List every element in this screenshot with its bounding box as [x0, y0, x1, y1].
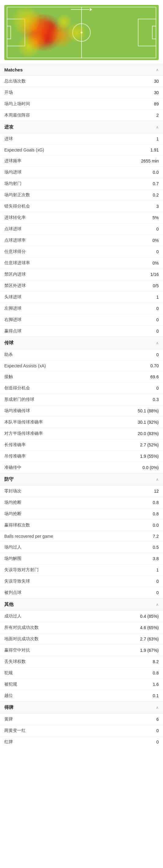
stat-value: 0 — [156, 590, 159, 595]
stat-label: 禁区内进球 — [4, 272, 26, 277]
table-row: 失误导致失球0 — [0, 576, 163, 587]
section-header-defense[interactable]: 防守∧ — [0, 473, 163, 486]
stat-value: 1.9 (55%) — [140, 454, 159, 459]
table-row: 左脚进球0 — [0, 303, 163, 314]
stats-container: Matches∧总出场次数30开场30场均上场时间89本周最佳阵容2进攻∧进球1… — [0, 64, 163, 747]
table-row: 场均解围3.8 — [0, 553, 163, 564]
stat-label: 赢得点球 — [4, 329, 22, 334]
stat-label: 任意球进球率 — [4, 260, 30, 266]
stat-label: 场均进球 — [4, 169, 22, 175]
stat-label: 右脚进球 — [4, 317, 22, 322]
stat-label: 进球 — [4, 136, 13, 142]
section-chevron-other[interactable]: ∧ — [156, 602, 159, 607]
table-row: 禁区外进球0/5 — [0, 280, 163, 291]
table-row: 头球进球1 — [0, 291, 163, 303]
table-row: 犯规0.8 — [0, 668, 163, 679]
table-row: 助杀0 — [0, 349, 163, 361]
section-title-defense: 防守 — [4, 476, 13, 482]
stat-value: 0 — [156, 329, 159, 334]
table-row: 红牌0 — [0, 737, 163, 747]
stat-label: 本周最佳阵容 — [4, 113, 30, 118]
table-row: 赢得空中对抗1.9 (67%) — [0, 645, 163, 656]
table-row: 进球转化率5% — [0, 212, 163, 223]
stat-value: 0.4 (85%) — [140, 614, 159, 619]
table-row: 长传准确率2.7 (52%) — [0, 439, 163, 451]
stat-value: 0.7 — [153, 181, 159, 186]
stat-label: 点球进球 — [4, 226, 22, 232]
stats-section-defense: 零封场次12场均抢断0.8场均抢断0.8赢得球权次数0.0Balls recov… — [0, 486, 163, 598]
section-header-attack[interactable]: 进攻∧ — [0, 121, 163, 133]
stat-value: 2655 min — [141, 158, 159, 163]
table-row: 进球频率2655 min — [0, 155, 163, 167]
section-chevron-attack[interactable]: ∧ — [156, 125, 159, 129]
table-row: Expected Assists (xA)0.70 — [0, 361, 163, 371]
stat-label: 对方半场传球准确率 — [4, 431, 43, 436]
table-row: 成功过人0.4 (85%) — [0, 611, 163, 622]
stat-label: 成功过人 — [4, 614, 22, 619]
stat-label: 赢得球权次数 — [4, 523, 30, 528]
stat-value: 0/5 — [153, 283, 159, 288]
section-chevron-passing[interactable]: ∧ — [156, 341, 159, 345]
stat-label: 红牌 — [4, 739, 13, 745]
table-row: 本周最佳阵容2 — [0, 110, 163, 121]
section-header-matches[interactable]: Matches∧ — [0, 64, 163, 76]
stat-value: 0 — [156, 579, 159, 584]
table-row: 创造得分机会0 — [0, 383, 163, 394]
table-row: 点球进球率0% — [0, 235, 163, 246]
stat-label: 点球进球率 — [4, 238, 26, 243]
stat-label: 地面对抗成功次数 — [4, 636, 39, 642]
stat-value: 0.8 — [153, 512, 159, 516]
section-chevron-matches[interactable]: ∧ — [156, 68, 159, 72]
stat-value: 69.6 — [151, 374, 159, 379]
stat-label: 接触 — [4, 374, 13, 379]
stat-label: 长传准确率 — [4, 442, 26, 447]
stat-label: Balls recovered per game — [4, 534, 53, 539]
table-row: 禁区内进球1/16 — [0, 269, 163, 280]
table-row: 赢得点球0 — [0, 326, 163, 337]
table-row: 被犯规1.6 — [0, 679, 163, 690]
section-chevron-cards[interactable]: ∧ — [156, 706, 159, 710]
stat-value: 2 — [156, 113, 159, 118]
stat-value: 1 — [156, 567, 159, 572]
table-row: 对方半场传球准确率20.0 (83%) — [0, 428, 163, 439]
stat-value: 2.7 (63%) — [140, 637, 159, 642]
stat-label: 失误导致失球 — [4, 579, 30, 584]
stat-value: 7.2 — [153, 534, 159, 539]
stat-value: 0 — [156, 352, 159, 357]
stat-label: 两黄变一红 — [4, 728, 26, 734]
stat-label: 场均抢断 — [4, 500, 22, 505]
stat-label: 助杀 — [4, 352, 13, 358]
stat-label: 场均上场时间 — [4, 101, 30, 107]
stat-value: 8.2 — [153, 659, 159, 664]
stat-label: 被判点球 — [4, 590, 22, 595]
stat-label: 场均射正次数 — [4, 192, 30, 198]
stat-label: 场均准确传球 — [4, 408, 30, 413]
table-row: 场均抢断0.8 — [0, 508, 163, 520]
heat-blob-yellow-2 — [17, 36, 41, 57]
stat-label: Expected Goals (xG) — [4, 148, 44, 152]
section-header-other[interactable]: 其他∧ — [0, 598, 163, 611]
table-row: 场均过人0.5 — [0, 542, 163, 553]
section-chevron-defense[interactable]: ∧ — [156, 477, 159, 482]
stat-value: 0 — [156, 249, 159, 254]
table-row: 场均上场时间89 — [0, 98, 163, 110]
table-row: 两黄变一红0 — [0, 725, 163, 737]
table-row: 接触69.6 — [0, 371, 163, 383]
stat-value: 20.0 (83%) — [138, 431, 159, 436]
stat-value: 50.1 (88%) — [138, 408, 159, 413]
stat-value: 5% — [153, 215, 159, 220]
table-row: 吊传准确率1.9 (55%) — [0, 451, 163, 462]
table-row: 黄牌6 — [0, 714, 163, 725]
stat-value: 3.8 — [153, 556, 159, 561]
stat-label: 场均抢断 — [4, 511, 22, 517]
heatmap-section — [0, 0, 163, 64]
stat-label: 禁区外进球 — [4, 283, 26, 288]
section-title-attack: 进攻 — [4, 124, 13, 130]
table-row: 总出场次数30 — [0, 76, 163, 87]
stat-value: 1.9 (67%) — [140, 648, 159, 653]
stats-section-cards: 黄牌6两黄变一红0红牌0 — [0, 714, 163, 747]
section-header-passing[interactable]: 传球∧ — [0, 337, 163, 349]
stat-value: 0.0 (0%) — [142, 465, 159, 470]
section-header-cards[interactable]: 得牌∧ — [0, 701, 163, 714]
stat-label: 所有对抗成功次数 — [4, 625, 39, 630]
